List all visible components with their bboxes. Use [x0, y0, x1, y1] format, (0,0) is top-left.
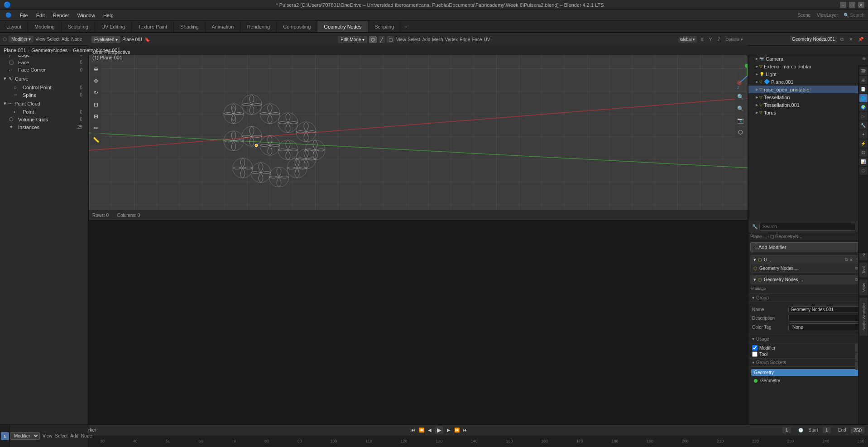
mesh-item-spline[interactable]: ∽ Spline 0 [0, 91, 88, 99]
outliner-torus[interactable]: ▸ ▽ Torus 👁 [748, 109, 868, 116]
mesh-item-volume-grids[interactable]: ⬡ Volume Grids 0 [0, 115, 88, 123]
close-button[interactable]: ✕ [858, 2, 864, 8]
modifier-copy-icon[interactable]: ⧉ [845, 257, 848, 262]
prop-tab-view-layer[interactable]: 📑 [859, 85, 868, 93]
add-btn-bottom[interactable]: Add [70, 433, 78, 438]
measure-tool[interactable]: 📏 [91, 135, 101, 145]
x-axis-btn[interactable]: X [699, 37, 705, 42]
node-editor-copy-btn[interactable]: ⧉ [839, 37, 845, 42]
modifier-search-input[interactable] [759, 223, 855, 231]
node-editor-pin-btn[interactable]: 📌 [856, 37, 865, 42]
timeline-track[interactable]: 1 10 20 30 40 50 60 70 80 90 100 110 120… [0, 436, 868, 447]
camera-eye[interactable]: 👁 [862, 57, 866, 61]
vertex-menu[interactable]: Vertex [445, 37, 458, 42]
local-view-btn[interactable]: ⬡ [735, 127, 746, 138]
breadcrumb-plane[interactable]: Plane.001 [4, 48, 26, 53]
y-axis-btn[interactable]: Y [707, 37, 714, 42]
node-editor-close-btn[interactable]: ✕ [847, 37, 854, 42]
group-section-title[interactable]: ▾ Group ⋮⋮ [748, 294, 868, 302]
modifier2-expand[interactable]: ▾ [753, 277, 756, 283]
move-tool[interactable]: ✥ [91, 76, 101, 87]
tab-rendering[interactable]: Rendering [240, 21, 277, 32]
outliner-tessellation001[interactable]: ▸ ▽ Tessellation.001 👁 [748, 101, 868, 109]
add-menu-node[interactable]: Add [62, 37, 70, 42]
menu-render[interactable]: Render [49, 12, 73, 19]
prop-tab-constraints[interactable]: ⛓ [859, 149, 868, 157]
group-sockets-title[interactable]: ▾ Group Sockets ⋮⋮ [748, 359, 868, 367]
add-workspace-button[interactable]: + [401, 21, 411, 32]
modifier-copy2[interactable]: ⧉ [855, 266, 858, 271]
outliner-rose[interactable]: ▸ ▽ rose_open_printable 👁 [748, 86, 868, 93]
prop-tab-physics[interactable]: ⚡ [859, 139, 868, 148]
cursor-tool[interactable]: ⊕ [91, 64, 101, 75]
tab-texture-paint[interactable]: Texture Paint [132, 21, 174, 32]
mesh-item-face[interactable]: ▢ Face 0 [0, 58, 88, 66]
mod-breadcrumb-plane[interactable]: Plane.... [750, 234, 767, 239]
vtab-tool[interactable]: Tool [859, 263, 868, 278]
uv-menu[interactable]: UV [484, 37, 490, 42]
tab-compositing[interactable]: Compositing [277, 21, 317, 32]
menu-file[interactable]: File [16, 12, 32, 19]
tab-animation[interactable]: Animation [206, 21, 241, 32]
face-mode-btn[interactable]: ▢ [387, 36, 394, 43]
usage-section-title[interactable]: ▾ Usage [748, 335, 868, 343]
vertex-mode-btn[interactable]: ⬡ [369, 36, 377, 43]
modifier2-copy[interactable]: ⧉ [855, 277, 858, 282]
select-btn-bottom[interactable]: Select [55, 433, 68, 438]
tab-sculpting[interactable]: Sculpting [62, 21, 95, 32]
face-menu[interactable]: Face [472, 37, 482, 42]
prop-tab-output[interactable]: 🖨 [859, 76, 868, 84]
mesh-item-instances[interactable]: ✦ Instances 25 [0, 123, 88, 131]
select-menu[interactable]: Select [408, 37, 421, 42]
rotate-tool[interactable]: ↻ [91, 87, 101, 98]
view-menu-node[interactable]: View [35, 37, 45, 42]
global-btn[interactable]: Global ▾ [678, 36, 697, 43]
curve-section[interactable]: ▾ ∿ Curve [0, 73, 88, 84]
next-frame-btn[interactable]: ⏩ [454, 428, 460, 433]
scale-tool[interactable]: ⊡ [91, 99, 101, 110]
mesh-item-control-point[interactable]: ○ Control Point 0 [0, 84, 88, 91]
menu-help[interactable]: Help [100, 12, 117, 19]
view-camera-btn[interactable]: 📷 [735, 115, 746, 126]
select-menu-node[interactable]: Select [47, 37, 60, 42]
tab-layout[interactable]: Layout [0, 21, 28, 32]
edge-mode-btn[interactable]: ╱ [379, 36, 385, 43]
next-keyframe-btn[interactable]: ⏭ [463, 428, 468, 433]
mesh-item-face-corner[interactable]: ⌐ Face Corner 0 [0, 66, 88, 73]
node-btn-bottom[interactable]: Node [81, 433, 92, 438]
add-menu[interactable]: Add [422, 37, 430, 42]
manage-btn[interactable]: Manage [748, 285, 868, 292]
play-btn[interactable]: ▶ [435, 426, 443, 434]
prop-tab-material[interactable]: ⬡ [859, 167, 868, 175]
menu-window[interactable]: Window [74, 12, 99, 19]
tab-modeling[interactable]: Modeling [28, 21, 62, 32]
outliner-plane001[interactable]: ▸ ▽ 🔷 Plane.001 👁 [748, 78, 868, 86]
node-menu[interactable]: Node [71, 37, 82, 42]
viewport-mode-dropdown[interactable]: Evaluated ▾ [91, 36, 120, 43]
vtab-node-wrangler[interactable]: Node Wrangler [859, 298, 868, 336]
point-cloud-section[interactable]: ▾ ⋯ Point Cloud [0, 99, 88, 108]
vtab-view[interactable]: View [859, 279, 868, 295]
prop-tab-data[interactable]: 📊 [859, 158, 868, 166]
add-modifier-button[interactable]: + Add Modifier [750, 242, 866, 252]
start-frame-input[interactable]: 1 [823, 427, 831, 433]
prev-btn[interactable]: ◀ [428, 428, 432, 433]
zoom-out-btn[interactable]: 🔍 [735, 103, 746, 114]
group-name-input[interactable] [788, 306, 864, 313]
blender-icon[interactable]: 🔵 [2, 11, 15, 19]
tab-geometry-nodes[interactable]: Geometry Nodes [317, 21, 368, 32]
outliner-exterior[interactable]: ▸ ▽ Exterior marco doblar 👁 [748, 62, 868, 70]
zoom-in-btn[interactable]: 🔍 [735, 91, 746, 102]
menu-edit[interactable]: Edit [33, 12, 48, 19]
mode-select[interactable]: Modifier [10, 432, 40, 440]
maximize-button[interactable]: □ [849, 2, 855, 8]
prop-tab-object[interactable]: ▷ [859, 112, 868, 120]
outliner-light[interactable]: ▸ 💡 Light 👁 [748, 70, 868, 78]
outliner-camera[interactable]: ▸ 📷 Camera 👁 [748, 55, 868, 62]
mod-breadcrumb-geonodes[interactable]: ⬡ GeometryN... [770, 234, 802, 239]
mesh-menu[interactable]: Mesh [432, 37, 443, 42]
group-desc-input[interactable] [788, 315, 864, 322]
viewport-canvas[interactable]: User Perspective (1) Plane.001 [89, 46, 748, 220]
minimize-button[interactable]: – [840, 2, 846, 8]
prop-tab-scene[interactable]: 🌐 [859, 94, 868, 102]
